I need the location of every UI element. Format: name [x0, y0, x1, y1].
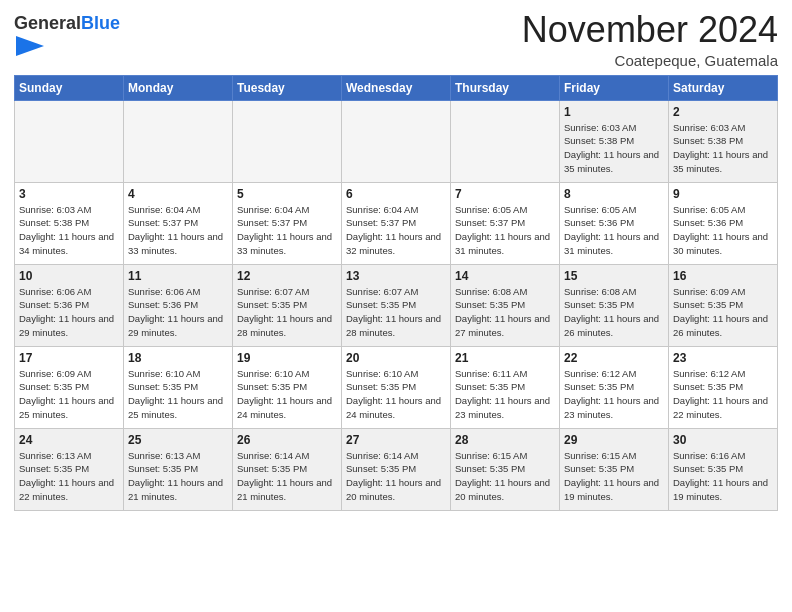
- calendar-cell: 12Sunrise: 6:07 AM Sunset: 5:35 PM Dayli…: [233, 264, 342, 346]
- day-info: Sunrise: 6:14 AM Sunset: 5:35 PM Dayligh…: [237, 449, 337, 504]
- day-info: Sunrise: 6:08 AM Sunset: 5:35 PM Dayligh…: [564, 285, 664, 340]
- day-info: Sunrise: 6:08 AM Sunset: 5:35 PM Dayligh…: [455, 285, 555, 340]
- calendar-cell: 25Sunrise: 6:13 AM Sunset: 5:35 PM Dayli…: [124, 428, 233, 510]
- day-number: 29: [564, 433, 664, 447]
- day-number: 18: [128, 351, 228, 365]
- day-info: Sunrise: 6:14 AM Sunset: 5:35 PM Dayligh…: [346, 449, 446, 504]
- day-number: 10: [19, 269, 119, 283]
- calendar-cell: 6Sunrise: 6:04 AM Sunset: 5:37 PM Daylig…: [342, 182, 451, 264]
- weekday-header-sunday: Sunday: [15, 75, 124, 100]
- day-info: Sunrise: 6:04 AM Sunset: 5:37 PM Dayligh…: [346, 203, 446, 258]
- day-number: 15: [564, 269, 664, 283]
- week-row-5: 24Sunrise: 6:13 AM Sunset: 5:35 PM Dayli…: [15, 428, 778, 510]
- day-number: 14: [455, 269, 555, 283]
- day-number: 17: [19, 351, 119, 365]
- day-info: Sunrise: 6:15 AM Sunset: 5:35 PM Dayligh…: [564, 449, 664, 504]
- day-info: Sunrise: 6:10 AM Sunset: 5:35 PM Dayligh…: [237, 367, 337, 422]
- day-info: Sunrise: 6:07 AM Sunset: 5:35 PM Dayligh…: [346, 285, 446, 340]
- weekday-header-saturday: Saturday: [669, 75, 778, 100]
- calendar-cell: [233, 100, 342, 182]
- day-info: Sunrise: 6:04 AM Sunset: 5:37 PM Dayligh…: [237, 203, 337, 258]
- calendar-cell: [342, 100, 451, 182]
- day-info: Sunrise: 6:16 AM Sunset: 5:35 PM Dayligh…: [673, 449, 773, 504]
- calendar-cell: 22Sunrise: 6:12 AM Sunset: 5:35 PM Dayli…: [560, 346, 669, 428]
- day-info: Sunrise: 6:03 AM Sunset: 5:38 PM Dayligh…: [673, 121, 773, 176]
- page-header: GeneralBlue November 2024 Coatepeque, Gu…: [14, 10, 778, 69]
- day-number: 13: [346, 269, 446, 283]
- calendar-cell: [124, 100, 233, 182]
- weekday-header-thursday: Thursday: [451, 75, 560, 100]
- day-number: 20: [346, 351, 446, 365]
- calendar-cell: 26Sunrise: 6:14 AM Sunset: 5:35 PM Dayli…: [233, 428, 342, 510]
- svg-marker-0: [16, 36, 44, 56]
- day-number: 28: [455, 433, 555, 447]
- calendar-cell: 14Sunrise: 6:08 AM Sunset: 5:35 PM Dayli…: [451, 264, 560, 346]
- calendar-cell: 19Sunrise: 6:10 AM Sunset: 5:35 PM Dayli…: [233, 346, 342, 428]
- day-number: 5: [237, 187, 337, 201]
- day-info: Sunrise: 6:11 AM Sunset: 5:35 PM Dayligh…: [455, 367, 555, 422]
- weekday-header-friday: Friday: [560, 75, 669, 100]
- logo-blue-text: Blue: [81, 13, 120, 33]
- day-info: Sunrise: 6:09 AM Sunset: 5:35 PM Dayligh…: [19, 367, 119, 422]
- day-number: 3: [19, 187, 119, 201]
- calendar-cell: 16Sunrise: 6:09 AM Sunset: 5:35 PM Dayli…: [669, 264, 778, 346]
- day-number: 2: [673, 105, 773, 119]
- calendar-cell: 3Sunrise: 6:03 AM Sunset: 5:38 PM Daylig…: [15, 182, 124, 264]
- calendar-cell: 23Sunrise: 6:12 AM Sunset: 5:35 PM Dayli…: [669, 346, 778, 428]
- calendar-table: SundayMondayTuesdayWednesdayThursdayFrid…: [14, 75, 778, 511]
- week-row-4: 17Sunrise: 6:09 AM Sunset: 5:35 PM Dayli…: [15, 346, 778, 428]
- calendar-cell: 11Sunrise: 6:06 AM Sunset: 5:36 PM Dayli…: [124, 264, 233, 346]
- day-info: Sunrise: 6:13 AM Sunset: 5:35 PM Dayligh…: [19, 449, 119, 504]
- title-block: November 2024 Coatepeque, Guatemala: [522, 10, 778, 69]
- calendar-cell: 15Sunrise: 6:08 AM Sunset: 5:35 PM Dayli…: [560, 264, 669, 346]
- calendar-cell: 20Sunrise: 6:10 AM Sunset: 5:35 PM Dayli…: [342, 346, 451, 428]
- day-number: 25: [128, 433, 228, 447]
- day-number: 23: [673, 351, 773, 365]
- day-info: Sunrise: 6:06 AM Sunset: 5:36 PM Dayligh…: [19, 285, 119, 340]
- logo-icon: [16, 32, 44, 60]
- calendar-cell: 13Sunrise: 6:07 AM Sunset: 5:35 PM Dayli…: [342, 264, 451, 346]
- day-info: Sunrise: 6:03 AM Sunset: 5:38 PM Dayligh…: [19, 203, 119, 258]
- weekday-header-wednesday: Wednesday: [342, 75, 451, 100]
- weekday-header-monday: Monday: [124, 75, 233, 100]
- day-number: 30: [673, 433, 773, 447]
- day-number: 4: [128, 187, 228, 201]
- day-info: Sunrise: 6:04 AM Sunset: 5:37 PM Dayligh…: [128, 203, 228, 258]
- calendar-cell: 10Sunrise: 6:06 AM Sunset: 5:36 PM Dayli…: [15, 264, 124, 346]
- calendar-cell: 8Sunrise: 6:05 AM Sunset: 5:36 PM Daylig…: [560, 182, 669, 264]
- calendar-page: GeneralBlue November 2024 Coatepeque, Gu…: [0, 0, 792, 612]
- calendar-cell: 7Sunrise: 6:05 AM Sunset: 5:37 PM Daylig…: [451, 182, 560, 264]
- day-info: Sunrise: 6:05 AM Sunset: 5:36 PM Dayligh…: [673, 203, 773, 258]
- week-row-2: 3Sunrise: 6:03 AM Sunset: 5:38 PM Daylig…: [15, 182, 778, 264]
- calendar-cell: [451, 100, 560, 182]
- day-info: Sunrise: 6:05 AM Sunset: 5:36 PM Dayligh…: [564, 203, 664, 258]
- day-number: 19: [237, 351, 337, 365]
- day-info: Sunrise: 6:10 AM Sunset: 5:35 PM Dayligh…: [128, 367, 228, 422]
- day-number: 9: [673, 187, 773, 201]
- day-number: 7: [455, 187, 555, 201]
- weekday-header-row: SundayMondayTuesdayWednesdayThursdayFrid…: [15, 75, 778, 100]
- calendar-cell: 9Sunrise: 6:05 AM Sunset: 5:36 PM Daylig…: [669, 182, 778, 264]
- day-number: 12: [237, 269, 337, 283]
- month-title: November 2024: [522, 10, 778, 50]
- calendar-cell: 24Sunrise: 6:13 AM Sunset: 5:35 PM Dayli…: [15, 428, 124, 510]
- calendar-cell: [15, 100, 124, 182]
- day-number: 26: [237, 433, 337, 447]
- weekday-header-tuesday: Tuesday: [233, 75, 342, 100]
- location-subtitle: Coatepeque, Guatemala: [522, 52, 778, 69]
- week-row-1: 1Sunrise: 6:03 AM Sunset: 5:38 PM Daylig…: [15, 100, 778, 182]
- logo: GeneralBlue: [14, 14, 120, 60]
- calendar-cell: 29Sunrise: 6:15 AM Sunset: 5:35 PM Dayli…: [560, 428, 669, 510]
- calendar-cell: 1Sunrise: 6:03 AM Sunset: 5:38 PM Daylig…: [560, 100, 669, 182]
- week-row-3: 10Sunrise: 6:06 AM Sunset: 5:36 PM Dayli…: [15, 264, 778, 346]
- day-number: 24: [19, 433, 119, 447]
- day-number: 21: [455, 351, 555, 365]
- day-info: Sunrise: 6:03 AM Sunset: 5:38 PM Dayligh…: [564, 121, 664, 176]
- day-number: 11: [128, 269, 228, 283]
- logo-general-text: General: [14, 13, 81, 33]
- day-info: Sunrise: 6:12 AM Sunset: 5:35 PM Dayligh…: [564, 367, 664, 422]
- day-info: Sunrise: 6:10 AM Sunset: 5:35 PM Dayligh…: [346, 367, 446, 422]
- day-info: Sunrise: 6:05 AM Sunset: 5:37 PM Dayligh…: [455, 203, 555, 258]
- calendar-cell: 17Sunrise: 6:09 AM Sunset: 5:35 PM Dayli…: [15, 346, 124, 428]
- calendar-cell: 18Sunrise: 6:10 AM Sunset: 5:35 PM Dayli…: [124, 346, 233, 428]
